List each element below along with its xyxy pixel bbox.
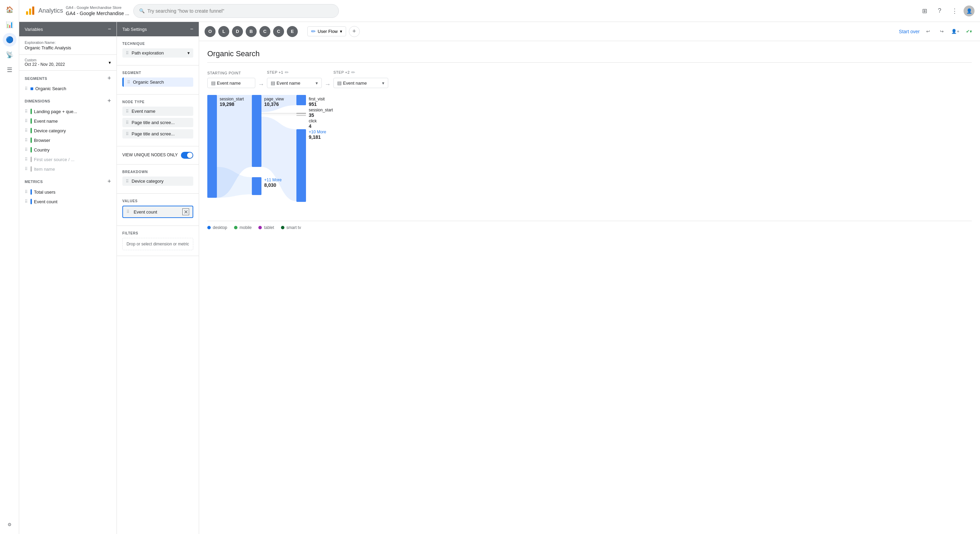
search-bar[interactable]: 🔍	[133, 4, 339, 18]
breakdown-chip[interactable]: ⠿ Device category	[123, 177, 193, 186]
step1-value-more: 8,030	[264, 182, 276, 188]
collab-avatar-E[interactable]: E	[287, 26, 298, 37]
search-input[interactable]	[147, 8, 333, 14]
node-type-page-title-1[interactable]: ⠿ Page title and scree...	[123, 118, 193, 127]
value-event-count-chip[interactable]: ⠿ Event count ✕	[123, 206, 193, 218]
segment-chip[interactable]: ⠿ Organic Search	[123, 78, 193, 87]
legend-dot-mobile	[234, 226, 237, 229]
tab-settings-title: Tab Settings	[123, 27, 147, 32]
step2-edit-icon[interactable]: ✏	[351, 70, 356, 75]
technique-section: TECHNIQUE ⠿ Path exploration ▾	[117, 36, 199, 65]
step1-bar-more[interactable]	[252, 177, 261, 195]
step2-label-click: click	[309, 119, 317, 123]
collab-avatar-L[interactable]: L	[218, 26, 229, 37]
step1-column: STEP +1 ✏ ▤ Event name ▾	[267, 70, 322, 88]
step2-label-more[interactable]: +10 More	[309, 129, 326, 134]
account-name: GA4 - Google Merchandise Store	[66, 5, 129, 10]
view-unique-toggle[interactable]	[181, 152, 193, 159]
step2-bar-sessionstart[interactable]	[296, 113, 306, 114]
date-custom-label: Custom	[25, 58, 65, 62]
date-value: Oct 22 - Nov 20, 2022	[25, 62, 65, 67]
nav-lists-icon[interactable]: ☰	[3, 63, 16, 77]
nav-settings-icon[interactable]: ⚙	[3, 518, 16, 531]
redo-icon[interactable]: ↪	[936, 26, 947, 37]
flow-path-2b	[261, 113, 296, 114]
segments-add-icon[interactable]: +	[107, 75, 111, 82]
undo-icon[interactable]: ↩	[923, 26, 934, 37]
dimension-browser[interactable]: ⠿ Browser	[19, 135, 116, 145]
filters-placeholder: Drop or select dimension or metric	[126, 242, 189, 246]
date-range-info: Custom Oct 22 - Nov 20, 2022	[25, 58, 65, 67]
apps-grid-icon[interactable]: ⊞	[918, 5, 931, 17]
tab-name-selector[interactable]: ✏ User Flow ▾	[307, 26, 346, 36]
segment-label: SEGMENT	[123, 71, 193, 75]
collab-avatar-O[interactable]: O	[205, 26, 216, 37]
add-tab-button[interactable]: +	[349, 26, 360, 37]
account-info: GA4 - Google Merchandise Store GA4 - Goo…	[66, 5, 129, 16]
step2-bar-firstvisit[interactable]	[296, 95, 306, 105]
arrow-2: →	[322, 81, 333, 88]
technique-label: TECHNIQUE	[123, 42, 193, 46]
dimension-first-user-source[interactable]: ⠿ First user source / ...	[19, 155, 116, 164]
metric-event-count[interactable]: ⠿ Event count	[19, 197, 116, 206]
values-section: VALUES ⠿ Event count ✕	[117, 194, 199, 226]
collab-avatar-B[interactable]: B	[246, 26, 257, 37]
legend-dot-smart-tv	[281, 226, 285, 229]
starting-point-selector[interactable]: ▤ Event name	[207, 78, 255, 88]
start-over-button[interactable]: Start over	[899, 29, 920, 34]
nav-home-icon[interactable]: 🏠	[3, 3, 16, 16]
dimension-landing-page[interactable]: ⠿ Landing page + que...	[19, 107, 116, 116]
step1-label-pageview: page_view	[264, 97, 284, 102]
dimension-item-name[interactable]: ⠿ Item name	[19, 164, 116, 174]
start-bar[interactable]	[207, 95, 217, 198]
dimension-color-bar	[30, 147, 32, 153]
collab-avatar-C1[interactable]: C	[259, 26, 270, 37]
left-navigation: 🏠 📊 🔵 📡 ☰ ⚙	[0, 0, 19, 534]
value-chip-close-icon[interactable]: ✕	[182, 209, 189, 215]
step1-label-more[interactable]: +11 More	[264, 177, 282, 182]
technique-dropdown[interactable]: ⠿ Path exploration ▾	[123, 48, 193, 57]
tab-settings-minimize-icon[interactable]: −	[190, 26, 193, 32]
user-avatar[interactable]: 👤	[964, 5, 975, 16]
help-icon[interactable]: ?	[934, 5, 946, 17]
nav-reports-icon[interactable]: 📊	[3, 18, 16, 32]
save-status-icon[interactable]: ✔▾	[964, 26, 975, 37]
more-options-icon[interactable]: ⋮	[948, 5, 961, 17]
node-type-page-title-2[interactable]: ⠿ Page title and scree...	[123, 129, 193, 139]
add-user-icon[interactable]: 👤+	[950, 26, 961, 37]
collab-avatar-C2[interactable]: C	[273, 26, 284, 37]
legend-dot-desktop	[207, 226, 211, 229]
dimensions-section-header: DIMENSIONS +	[19, 93, 116, 107]
path-steps: STARTING POINT ▤ Event name → STEP +1 ✏	[207, 70, 972, 88]
dimension-event-name[interactable]: ⠿ Event name	[19, 116, 116, 126]
step1-edit-icon[interactable]: ✏	[285, 70, 289, 75]
variables-minimize-icon[interactable]: −	[108, 26, 111, 32]
analytics-logo	[25, 5, 36, 16]
top-bar-right: ⊞ ? ⋮ 👤	[918, 5, 975, 17]
step2-selector[interactable]: ▤ Event name ▾	[333, 78, 388, 88]
date-range-picker[interactable]: Custom Oct 22 - Nov 20, 2022 ▾	[19, 55, 116, 71]
selector-icon: ▤	[211, 80, 216, 86]
drag-handle-icon: ⠿	[25, 190, 28, 194]
step2-bar-more[interactable]	[296, 129, 306, 202]
drag-handle-icon: ⠿	[25, 199, 28, 204]
flow-svg: session_start 19,298 page_view 10,376 +1…	[207, 95, 488, 212]
filters-drop-area[interactable]: Drop or select dimension or metric	[123, 238, 193, 250]
dimension-country[interactable]: ⠿ Country	[19, 145, 116, 155]
dimensions-add-icon[interactable]: +	[107, 97, 111, 105]
step1-bar-pageview[interactable]	[252, 95, 261, 167]
nav-advertising-icon[interactable]: 📡	[3, 48, 16, 62]
metric-total-users[interactable]: ⠿ Total users	[19, 187, 116, 197]
dimension-device-category[interactable]: ⠿ Device category	[19, 126, 116, 135]
dimension-name: Landing page + que...	[34, 109, 77, 114]
step1-selector[interactable]: ▤ Event name ▾	[267, 78, 322, 88]
nav-explore-icon[interactable]: 🔵	[3, 33, 16, 46]
viz-content: Organic Search STARTING POINT ▤ Event na…	[199, 41, 980, 534]
metrics-add-icon[interactable]: +	[107, 178, 111, 185]
node-type-event-name[interactable]: ⠿ Event name	[123, 107, 193, 116]
collab-avatar-D[interactable]: D	[232, 26, 243, 37]
step2-bar-click[interactable]	[296, 115, 306, 116]
drag-handle-icon: ⠿	[25, 128, 28, 133]
drag-handle-icon: ⠿	[126, 51, 129, 56]
segment-organic-search[interactable]: ⠿ Organic Search	[19, 84, 116, 93]
